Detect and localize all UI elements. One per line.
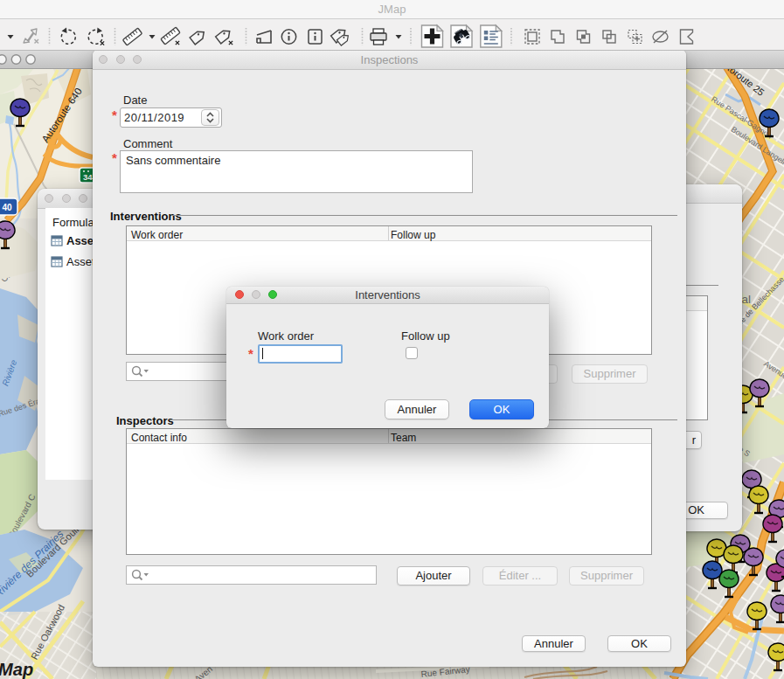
svg-text:al: al [742,293,752,306]
svg-text:40: 40 [2,203,12,212]
svg-text:JMap: JMap [0,660,33,679]
